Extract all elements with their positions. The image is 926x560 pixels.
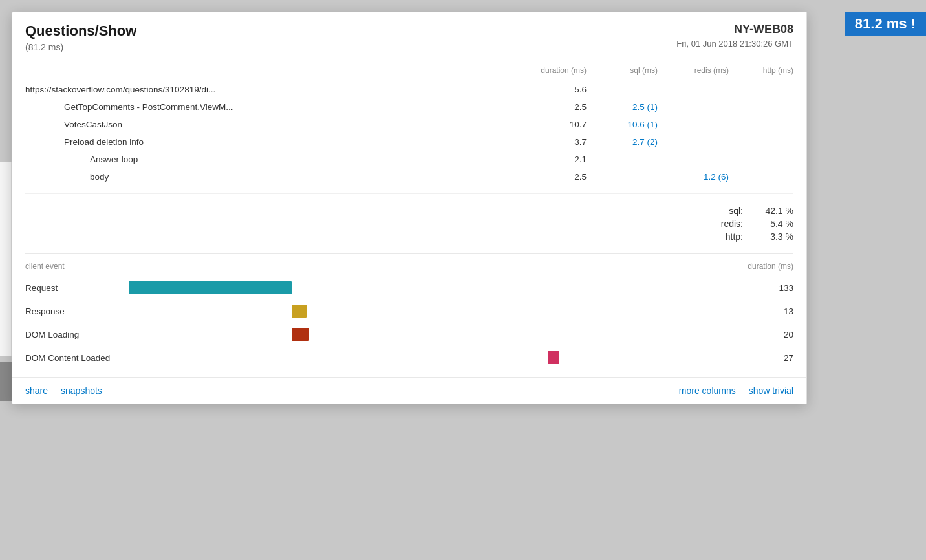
client-row: DOM Loading 20 [25,323,793,346]
summary-label: sql: [711,206,743,216]
performance-badge: 81.2 ms ! [845,12,926,36]
col-header-http: http (ms) [729,66,793,75]
summary-label: http: [711,232,743,242]
row-sql: 10.6 (1) [587,120,658,129]
table-row: Preload deletion info 3.7 2.7 (2) [25,133,793,151]
summary-value: 3.3 % [748,232,793,242]
timestamp: Fri, 01 Jun 2018 21:30:26 GMT [676,39,793,48]
row-label: GetTopComments - PostComment.ViewM... [25,102,515,112]
row-duration: 2.5 [515,102,587,112]
client-duration: 27 [755,353,793,363]
data-rows: https://stackoverflow.com/questions/3102… [25,78,793,188]
summary-value: 5.4 % [748,219,793,229]
client-event-name: Request [25,283,129,293]
summary-label: redis: [711,219,743,229]
panel-header: Questions/Show (81.2 ms) NY-WEB08 Fri, 0… [12,12,806,58]
footer-link-more-columns[interactable]: more columns [679,385,736,396]
timeline-bar [292,305,307,318]
footer-left: sharesnapshots [25,385,102,396]
header-right: NY-WEB08 Fri, 01 Jun 2018 21:30:26 GMT [676,23,793,48]
footer-right: more columnsshow trivial [679,385,793,396]
timeline-area [129,303,755,319]
timeline-area [129,350,755,365]
row-label: Answer loop [25,155,515,164]
client-duration: 13 [755,307,793,316]
client-row: Response 13 [25,299,793,323]
row-duration: 2.1 [515,155,587,164]
table-row: https://stackoverflow.com/questions/3102… [25,81,793,98]
row-label: Preload deletion info [25,137,515,147]
client-header: client event duration (ms) [25,262,793,276]
client-duration: 133 [755,283,793,293]
panel-footer: sharesnapshots more columnsshow trivial [12,377,806,404]
row-sql: 2.5 (1) [587,102,658,112]
header-left: Questions/Show (81.2 ms) [25,23,136,52]
row-redis: 1.2 (6) [658,172,729,182]
row-duration: 10.7 [515,120,587,129]
client-rows: Request 133 Response 13 DOM Loading 20 D… [25,276,793,369]
timeline-bar [548,351,559,364]
client-event-label: client event [25,262,65,271]
server-name: NY-WEB08 [676,23,793,36]
header-row: Questions/Show (81.2 ms) NY-WEB08 Fri, 0… [25,23,793,52]
row-label: body [25,172,515,182]
table-row: body 2.5 1.2 (6) [25,168,793,186]
client-duration: 20 [755,330,793,339]
table-row: GetTopComments - PostComment.ViewM... 2.… [25,98,793,116]
footer-link-show-trivial[interactable]: show trivial [749,385,793,396]
col-header-redis: redis (ms) [658,66,729,75]
table-row: VotesCastJson 10.7 10.6 (1) [25,116,793,133]
performance-panel: Questions/Show (81.2 ms) NY-WEB08 Fri, 0… [12,12,807,404]
client-row: DOM Content Loaded 27 [25,346,793,369]
client-event-name: DOM Content Loaded [25,353,129,363]
background-left-edge [0,162,12,356]
columns-header: duration (ms) sql (ms) redis (ms) http (… [25,58,793,78]
row-duration: 5.6 [515,85,587,94]
client-event-name: DOM Loading [25,330,129,339]
col-header-sql: sql (ms) [587,66,658,75]
footer-link-snapshots[interactable]: snapshots [61,385,102,396]
col-header-duration: duration (ms) [515,66,587,75]
timeline-area [129,327,755,342]
summary-row: http: 3.3 % [711,230,793,243]
row-duration: 3.7 [515,137,587,147]
row-sql: 2.7 (2) [587,137,658,147]
page-subtitle: (81.2 ms) [25,42,136,52]
table-row: Answer loop 2.1 [25,151,793,168]
timeline-bar [292,328,309,341]
timeline-area [129,280,755,296]
client-event-name: Response [25,307,129,316]
summary-row: sql: 42.1 % [711,204,793,217]
page-title: Questions/Show [25,23,136,39]
row-duration: 2.5 [515,172,587,182]
timeline-bar [129,281,292,294]
background-avatar [0,362,12,401]
row-label: https://stackoverflow.com/questions/3102… [25,85,515,94]
client-duration-label: duration (ms) [748,262,793,271]
divider [25,193,793,194]
panel-body: duration (ms) sql (ms) redis (ms) http (… [12,58,806,377]
summary-section: sql: 42.1 % redis: 5.4 % http: 3.3 % [25,199,793,253]
client-row: Request 133 [25,276,793,299]
footer-link-share[interactable]: share [25,385,48,396]
row-label: VotesCastJson [25,120,515,129]
summary-row: redis: 5.4 % [711,217,793,230]
client-section: client event duration (ms) Request 133 R… [25,253,793,377]
summary-value: 42.1 % [748,206,793,216]
